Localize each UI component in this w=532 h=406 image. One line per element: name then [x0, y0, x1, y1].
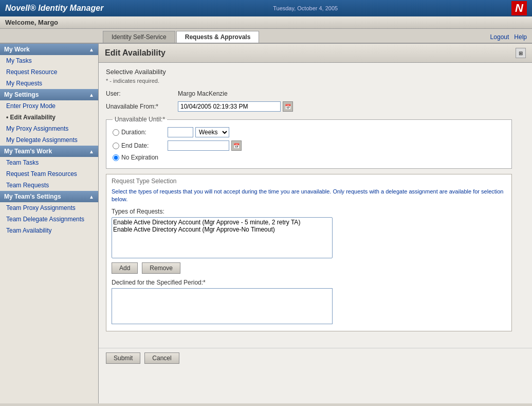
duration-unit-select[interactable]: Days Weeks Months [195, 127, 229, 137]
end-date-row: End Date: 📅 [113, 140, 505, 151]
welcome-text: Welcome, Margo [5, 19, 58, 26]
unavailable-from-label: Unavailable From:* [106, 103, 178, 110]
logout-link[interactable]: Logout [490, 33, 509, 41]
unavailable-from-row: Unavailable From:* 📅 [106, 101, 525, 112]
no-expiration-row: No Expiration [113, 154, 505, 161]
help-link[interactable]: Help [514, 33, 527, 41]
end-date-radio[interactable] [113, 143, 119, 149]
sidebar-item-my-requests[interactable]: My Requests [0, 78, 98, 89]
main-layout: My Work ▲ My Tasks Request Resource My R… [0, 44, 532, 403]
end-date-input[interactable] [168, 140, 229, 151]
welcome-bar: Welcome, Margo [0, 16, 532, 29]
types-label: Types of Requests: [112, 208, 506, 215]
collapse-my-settings-btn[interactable]: ▲ [89, 92, 94, 98]
duration-row: Duration: Days Weeks Months [113, 127, 505, 137]
page-title: Edit Availability [105, 48, 166, 58]
user-value: Margo MacKenzie [178, 90, 228, 97]
request-type-section: Request Type Selection Select the types … [106, 174, 512, 331]
sidebar-item-team-delegate-assignments[interactable]: Team Delegate Assignments [0, 214, 98, 225]
end-date-label: End Date: [121, 142, 168, 149]
collapse-my-teams-settings-btn[interactable]: ▲ [89, 194, 94, 200]
sidebar-item-team-proxy-assignments[interactable]: Team Proxy Assignments [0, 202, 98, 214]
listbox-item[interactable]: Enable Active Directory Account (Mgr App… [113, 219, 331, 226]
remove-button[interactable]: Remove [142, 262, 180, 274]
collapse-my-work-btn[interactable]: ▲ [89, 47, 94, 52]
types-listbox[interactable]: Enable Active Directory Account (Mgr App… [112, 217, 333, 258]
cancel-button[interactable]: Cancel [144, 352, 179, 364]
sidebar-item-team-tasks[interactable]: Team Tasks [0, 157, 98, 168]
unavailable-until-fieldset: Unavailable Until:* Duration: Days Weeks… [106, 116, 512, 169]
app-header: Novell® Identity Manager Tuesday, Octobe… [0, 0, 532, 16]
user-row: User: Margo MacKenzie [106, 90, 525, 97]
form-note: * - indicates required. [106, 78, 525, 84]
sidebar-item-team-requests[interactable]: Team Requests [0, 180, 98, 191]
no-expiration-radio[interactable] [113, 154, 119, 161]
listbox-item[interactable]: Enable Active Directory Account (Mgr App… [113, 226, 331, 233]
declined-label: Declined for the Specified Period:* [112, 279, 506, 286]
unavailable-until-legend: Unavailable Until:* [113, 116, 167, 123]
request-type-content: Select the types of requests that you wi… [106, 185, 511, 331]
submit-button[interactable]: Submit [106, 352, 140, 364]
unavailable-from-input[interactable] [178, 101, 281, 112]
app-logo: Novell® Identity Manager [5, 4, 103, 13]
sidebar-section-my-teams-work: My Team's Work ▲ [0, 146, 98, 157]
sidebar: My Work ▲ My Tasks Request Resource My R… [0, 44, 99, 403]
sidebar-item-enter-proxy-mode[interactable]: Enter Proxy Mode [0, 100, 98, 112]
submit-row: Submit Cancel [99, 348, 532, 368]
sidebar-section-my-teams-settings: My Team's Settings ▲ [0, 191, 98, 202]
novell-n-icon: N [511, 1, 527, 15]
end-date-calendar-btn[interactable]: 📅 [231, 140, 242, 151]
user-label: User: [106, 90, 178, 97]
no-expiration-label: No Expiration [121, 154, 168, 161]
tab-requests-approvals[interactable]: Requests & Approvals [176, 31, 260, 43]
collapse-my-teams-work-btn[interactable]: ▲ [89, 149, 94, 154]
nav-tabs: Identity Self-Service Requests & Approva… [0, 29, 532, 44]
unavailable-from-calendar-btn[interactable]: 📅 [283, 101, 293, 112]
sidebar-item-request-team-resources[interactable]: Request Team Resources [0, 168, 98, 180]
header-date: Tuesday, October 4, 2005 [273, 5, 338, 11]
sidebar-item-team-availability[interactable]: Team Availability [0, 225, 98, 236]
sidebar-section-my-work: My Work ▲ [0, 44, 98, 55]
sidebar-item-edit-availability: Edit Availability [0, 112, 98, 123]
sidebar-section-my-settings: My Settings ▲ [0, 89, 98, 100]
form-subtitle: Selective Availability [106, 68, 525, 76]
declined-textarea[interactable] [112, 288, 333, 324]
content-area: Edit Availability ⊞ Selective Availabili… [99, 44, 532, 403]
sidebar-item-my-proxy-assignments[interactable]: My Proxy Assignments [0, 123, 98, 134]
add-button[interactable]: Add [112, 262, 138, 274]
tab-identity-self-service[interactable]: Identity Self-Service [103, 31, 175, 43]
page-header: Edit Availability ⊞ [99, 44, 532, 63]
sidebar-item-my-delegate-assignments[interactable]: My Delegate Assignments [0, 134, 98, 146]
add-remove-btn-row: Add Remove [112, 262, 506, 274]
sidebar-item-my-tasks[interactable]: My Tasks [0, 55, 98, 66]
request-info: Select the types of requests that you wi… [112, 188, 506, 204]
duration-label: Duration: [121, 129, 168, 136]
sidebar-item-request-resource[interactable]: Request Resource [0, 66, 98, 78]
request-type-title: Request Type Selection [106, 174, 511, 185]
form-content: Selective Availability * - indicates req… [99, 63, 532, 342]
duration-input[interactable] [168, 127, 193, 137]
page-icon: ⊞ [516, 48, 526, 58]
duration-radio[interactable] [113, 129, 119, 136]
